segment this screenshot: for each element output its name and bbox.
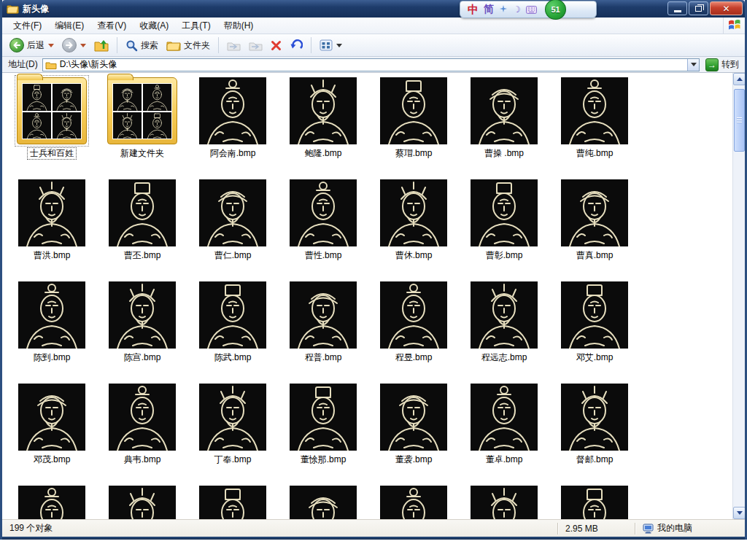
menu-item-1[interactable]: 编辑(E) [48, 18, 90, 34]
folders-button[interactable]: 文件夹 [163, 37, 213, 54]
forward-dropdown-icon [80, 44, 86, 47]
file-item[interactable]: 曹性.bmp [278, 179, 368, 281]
back-dropdown-icon [48, 44, 54, 47]
file-item[interactable]: 典韦.bmp [97, 384, 187, 486]
portrait-thumbnail [290, 179, 357, 246]
folder-item[interactable]: 士兵和百姓 [7, 77, 97, 179]
views-button[interactable] [317, 37, 345, 53]
portrait-thumbnail [561, 281, 628, 349]
file-item[interactable]: 丁奉.bmp [187, 384, 278, 486]
file-item[interactable]: 曹纯.bmp [549, 77, 640, 179]
file-name: 阿会南.bmp [208, 148, 258, 159]
portrait-thumbnail [109, 486, 176, 519]
file-item[interactable]: 督邮.bmp [549, 384, 640, 486]
file-item[interactable]: 程昱.bmp [368, 281, 459, 384]
portrait-thumbnail [109, 179, 176, 246]
location-label: 我的电脑 [657, 522, 692, 534]
views-icon [320, 39, 333, 51]
move-to-button[interactable] [224, 38, 244, 53]
file-item[interactable]: 鲍隆.bmp [278, 77, 368, 179]
file-name: 曹纯.bmp [574, 148, 616, 159]
file-item[interactable]: 董卓.bmp [459, 384, 549, 486]
file-item[interactable]: 蔡瑁.bmp [368, 77, 459, 179]
file-item[interactable]: 邓艾.bmp [549, 281, 640, 384]
address-dropdown-button[interactable] [687, 59, 699, 71]
file-name: 鲍隆.bmp [303, 148, 344, 159]
file-item[interactable]: 曹彰.bmp [459, 179, 549, 281]
file-item[interactable]: 曹休.bmp [368, 179, 459, 281]
scroll-up-button[interactable] [733, 73, 745, 85]
ime-simplified-indicator[interactable]: 简 [484, 3, 494, 16]
file-item[interactable] [278, 486, 368, 519]
file-item[interactable]: 董悇那.bmp [278, 384, 368, 486]
menu-item-5[interactable]: 帮助(H) [217, 18, 260, 34]
file-name: 丁奉.bmp [212, 454, 254, 465]
up-folder-icon [94, 39, 109, 52]
my-computer-icon [643, 524, 654, 534]
file-item[interactable]: 阿会南.bmp [187, 77, 278, 179]
menu-item-3[interactable]: 收藏(A) [133, 18, 175, 34]
file-item[interactable]: 邓茂.bmp [7, 384, 97, 486]
ime-keyboard-icon[interactable] [526, 6, 537, 14]
file-item[interactable]: 曹仁.bmp [187, 179, 278, 281]
portrait-thumbnail [471, 179, 538, 246]
menu-item-4[interactable]: 工具(T) [175, 18, 217, 34]
folder-preview-thumbnail [53, 84, 81, 111]
folder-preview-thumbnail [23, 84, 51, 111]
file-item[interactable]: 董袭.bmp [368, 384, 459, 486]
location-indicator: 我的电脑 [635, 520, 745, 537]
portrait-thumbnail [561, 77, 628, 144]
file-item[interactable]: 曹洪.bmp [7, 179, 97, 281]
portrait-thumbnail [471, 486, 538, 519]
file-item[interactable]: 陈到.bmp [7, 281, 97, 384]
ime-language-bar[interactable]: 中 简 ☽ 51 [460, 1, 597, 18]
file-item[interactable]: 程普.bmp [278, 281, 368, 384]
file-item[interactable]: 曹真.bmp [549, 179, 640, 281]
arrow-down-icon [737, 511, 743, 515]
menu-item-2[interactable]: 查看(V) [90, 18, 133, 34]
file-item[interactable] [459, 486, 549, 519]
forward-button[interactable] [59, 36, 89, 55]
file-item[interactable]: 陈武.bmp [187, 281, 278, 384]
ime-moon-icon[interactable]: ☽ [513, 4, 521, 15]
portrait-thumbnail [199, 384, 266, 451]
search-button[interactable]: 搜索 [123, 37, 161, 54]
file-item[interactable]: 曹丕.bmp [97, 179, 187, 281]
back-button[interactable]: 后退 [7, 36, 57, 55]
file-item[interactable] [7, 486, 97, 519]
file-grid: 士兵和百姓新建文件夹阿会南.bmp鲍隆.bmp蔡瑁.bmp曹操 .bmp曹纯.b… [2, 73, 732, 519]
delete-icon [271, 40, 282, 51]
go-button[interactable]: → 转到 [704, 58, 743, 72]
ime-sparkle-icon[interactable] [499, 5, 508, 14]
folder-thumbnail [17, 77, 87, 144]
scrollbar-thumb[interactable] [734, 89, 745, 152]
file-item[interactable]: 曹操 .bmp [459, 77, 549, 179]
copy-to-button[interactable] [246, 38, 266, 53]
folder-item[interactable]: 新建文件夹 [97, 77, 187, 179]
file-item[interactable] [97, 486, 187, 519]
file-item[interactable]: 程远志.bmp [459, 281, 549, 384]
vertical-scrollbar[interactable] [732, 73, 745, 519]
file-item[interactable]: 陈宫.bmp [97, 281, 187, 384]
address-value[interactable]: D:\头像\新头像 [60, 58, 684, 71]
file-name: 程普.bmp [303, 352, 344, 363]
minimize-button[interactable] [667, 1, 687, 15]
up-button[interactable] [91, 36, 112, 54]
folder-icon [7, 4, 19, 14]
delete-button[interactable] [268, 38, 285, 53]
badge-51-icon[interactable]: 51 [545, 0, 566, 20]
chevron-down-icon [691, 63, 697, 66]
file-item[interactable] [187, 486, 278, 519]
address-folder-icon [45, 61, 57, 69]
restore-button[interactable] [689, 1, 708, 15]
scroll-down-button[interactable] [733, 507, 745, 519]
portrait-thumbnail [109, 281, 176, 349]
undo-button[interactable] [287, 37, 306, 53]
menu-item-0[interactable]: 文件(F) [7, 18, 48, 34]
views-dropdown-icon [336, 44, 342, 47]
close-button[interactable]: ✕ [710, 1, 743, 15]
file-item[interactable] [368, 486, 459, 519]
file-item[interactable] [549, 486, 640, 519]
ime-chinese-indicator[interactable]: 中 [468, 3, 479, 17]
address-combo[interactable]: D:\头像\新头像 [42, 58, 700, 71]
